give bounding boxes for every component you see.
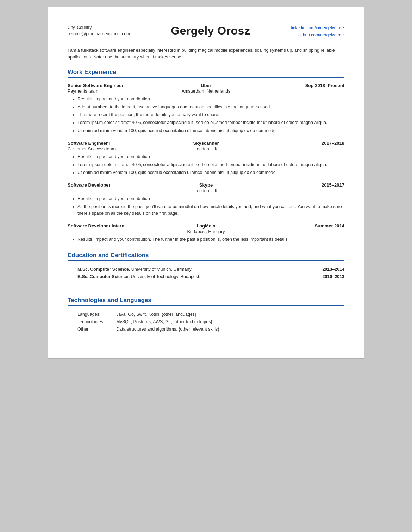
job-entry-skype: Software Developer Skype 2015–2017 Londo… xyxy=(68,182,344,217)
header-center: Gergely Orosz xyxy=(130,24,291,37)
header-right: linkedin.com/in/gergelyorosz github.com/… xyxy=(291,24,344,39)
job-title-logmein: Software Developer Intern xyxy=(68,223,160,229)
job-location-uber: Amsterdam, Netherlands xyxy=(160,89,252,94)
edu-text-bsc: B.Sc. Computer Science, University of Te… xyxy=(77,273,315,281)
work-experience-divider xyxy=(68,77,344,78)
technologies-list: Languages: Java, Go, Swift, Kotlin, {oth… xyxy=(77,311,344,333)
job-team-skype xyxy=(68,188,160,193)
job-location-logmein: Budapest, Hungary xyxy=(160,229,252,234)
github-link[interactable]: github.com/gergelyorosz xyxy=(298,32,344,37)
linkedin-link[interactable]: linkedin.com/in/gergelyorosz xyxy=(291,25,344,30)
header-section: City, Country resume@pragmaticengineer.c… xyxy=(68,24,344,39)
job-title-skype: Software Developer xyxy=(68,182,160,188)
job-bullets-logmein: Results, impact and your contribution. T… xyxy=(77,236,344,243)
job-team-uber: Payments team xyxy=(68,89,160,94)
job-entry-uber: Senior Software Engineer Uber Sep 2018–P… xyxy=(68,83,344,134)
job-date-logmein: Summer 2014 xyxy=(252,223,344,229)
company-logmein: LogMeIn xyxy=(160,223,252,229)
work-experience-section: Work Experience Senior Software Engineer… xyxy=(68,69,344,243)
company-skyscanner: Skyscanner xyxy=(160,140,252,146)
job-team-logmein xyxy=(68,229,160,234)
edu-degree-bsc: B.Sc. Computer Science, xyxy=(77,274,130,279)
edu-item-msc: M.Sc. Computer Science, University of Mu… xyxy=(77,266,344,273)
edu-item-empty xyxy=(77,281,344,288)
bullet-item: Ut enim ad minim veniam 100, quis nostru… xyxy=(77,127,344,134)
technologies-section: Technologies and Languages Languages: Ja… xyxy=(68,297,344,333)
tech-label-technologies: Technologies: xyxy=(77,318,116,326)
edu-rest-bsc: University of Technology, Budapest. xyxy=(131,274,200,279)
candidate-name: Gergely Orosz xyxy=(130,24,291,37)
bullet-item: Results, impact and your contribution. xyxy=(77,96,344,102)
job-date-skype: 2015–2017 xyxy=(252,182,344,188)
tech-value-technologies: MySQL, Postgres, AWS, Git, {other techno… xyxy=(116,318,212,326)
bullet-item: Lorem ipsum dolor sit amet 40%, consecte… xyxy=(77,162,344,168)
education-divider xyxy=(68,260,344,261)
job-entry-skyscanner: Software Engineer II Skyscanner 2017–201… xyxy=(68,140,344,176)
job-date-skyscanner: 2017–2018 xyxy=(252,140,344,146)
job-location-skyscanner: London, UK xyxy=(160,146,252,151)
bullet-item: Results, impact and your contribution. T… xyxy=(77,236,344,243)
tech-label-languages: Languages: xyxy=(77,311,116,318)
bullet-item: Results, impact and your contribution xyxy=(77,195,344,202)
bullet-item: Ut enim ad minim veniam 100, quis nostru… xyxy=(77,169,344,176)
job-entry-logmein: Software Developer Intern LogMeIn Summer… xyxy=(68,223,344,243)
resume-document: City, Country resume@pragmaticengineer.c… xyxy=(48,7,364,359)
bullet-item: The more recent the position, the more d… xyxy=(77,112,344,118)
job-bullets-skype: Results, impact and your contribution As… xyxy=(77,195,344,217)
summary-text: I am a full-stack software engineer espe… xyxy=(68,47,344,61)
work-experience-title: Work Experience xyxy=(68,69,344,76)
bullet-item: Results, impact and your contribution xyxy=(77,154,344,160)
edu-year-msc: 2013–2014 xyxy=(322,266,344,273)
bullet-item: As the position is more in the past, you… xyxy=(77,204,344,217)
edu-text-msc: M.Sc. Computer Science, University of Mu… xyxy=(77,266,315,273)
job-bullets-uber: Results, impact and your contribution. A… xyxy=(77,96,344,134)
edu-rest-msc: University of Munich, Germany. xyxy=(131,267,192,272)
company-skype: Skype xyxy=(160,182,252,188)
tech-value-languages: Java, Go, Swift, Kotlin, {other language… xyxy=(116,311,196,318)
header-email: resume@pragmaticengineer.com xyxy=(68,31,130,37)
header-city: City, Country xyxy=(68,24,130,31)
edu-degree-msc: M.Sc. Computer Science, xyxy=(77,267,130,272)
education-title: Education and Certifications xyxy=(68,252,344,259)
education-list: M.Sc. Computer Science, University of Mu… xyxy=(77,266,344,288)
job-title-skyscanner: Software Engineer II xyxy=(68,140,160,146)
job-team-skyscanner: Customer Success team xyxy=(68,146,160,151)
bullet-item: Lorem ipsum dolor sit amet 40%, consecte… xyxy=(77,119,344,126)
tech-value-other: Data structures and algorithms, {other r… xyxy=(116,326,219,333)
technologies-divider xyxy=(68,305,344,306)
header-left: City, Country resume@pragmaticengineer.c… xyxy=(68,24,130,37)
job-location-skype: London, UK xyxy=(160,188,252,193)
job-title-uber: Senior Software Engineer xyxy=(68,83,160,88)
tech-item-technologies: Technologies: MySQL, Postgres, AWS, Git,… xyxy=(77,318,344,326)
job-date-uber: Sep 2018–Present xyxy=(252,83,344,88)
tech-item-languages: Languages: Java, Go, Swift, Kotlin, {oth… xyxy=(77,311,344,318)
bullet-item: Add at numbers to the impact, use active… xyxy=(77,104,344,111)
company-uber: Uber xyxy=(160,83,252,88)
technologies-title: Technologies and Languages xyxy=(68,297,344,304)
tech-item-other: Other: Data structures and algorithms, {… xyxy=(77,326,344,333)
edu-year-bsc: 2010–2013 xyxy=(322,273,344,281)
edu-item-bsc: B.Sc. Computer Science, University of Te… xyxy=(77,273,344,281)
tech-label-other: Other: xyxy=(77,326,116,333)
education-section: Education and Certifications M.Sc. Compu… xyxy=(68,252,344,288)
job-bullets-skyscanner: Results, impact and your contribution Lo… xyxy=(77,154,344,176)
